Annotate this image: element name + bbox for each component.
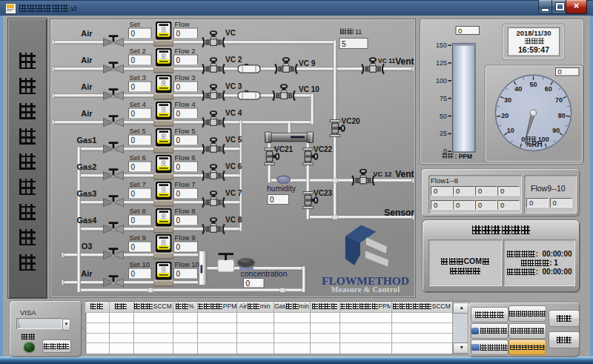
svg-text:Sensor: Sensor (384, 208, 414, 218)
svg-text:Flow 5: Flow 5 (175, 127, 196, 135)
svg-text:VC 4: VC 4 (225, 109, 242, 117)
svg-text:0: 0 (176, 83, 181, 91)
svg-text:Gas1: Gas1 (77, 136, 97, 145)
svg-text:Air: Air (81, 82, 93, 91)
svg-text:0: 0 (131, 243, 136, 251)
svg-text:: PPM: : PPM (455, 153, 473, 160)
svg-text:Air: Air (81, 56, 93, 64)
svg-text:Set 9: Set 9 (130, 234, 146, 242)
svg-text:11: 11 (355, 28, 362, 36)
svg-text:Flow 6: Flow 6 (175, 153, 196, 162)
svg-text:0: 0 (131, 30, 136, 38)
svg-text:5: 5 (342, 39, 346, 48)
svg-text:VC23: VC23 (314, 189, 332, 197)
svg-text:VC 2: VC 2 (225, 56, 242, 64)
svg-text:0: 0 (176, 30, 181, 38)
svg-text:80: 80 (558, 112, 566, 119)
svg-text:VC21: VC21 (274, 145, 293, 153)
svg-text:90: 90 (552, 127, 560, 134)
svg-text:Air: Air (81, 109, 93, 118)
svg-text:VC 10: VC 10 (299, 85, 319, 93)
svg-text:O3: O3 (82, 242, 93, 251)
svg-text:0: 0 (131, 216, 136, 225)
svg-text:50: 50 (440, 113, 447, 120)
svg-text:70: 70 (555, 96, 563, 104)
svg-text:VC 8: VC 8 (225, 216, 242, 224)
svg-text:Set 2: Set 2 (130, 47, 146, 55)
svg-text:Flow 10: Flow 10 (175, 260, 199, 268)
svg-text:humidity: humidity (267, 184, 296, 193)
svg-text:%RH: %RH (525, 140, 542, 148)
svg-text:30: 30 (504, 96, 511, 104)
svg-text:0: 0 (176, 190, 181, 198)
svg-text:75: 75 (440, 95, 447, 102)
svg-text:0: 0 (131, 190, 136, 198)
svg-text:Flow 8: Flow 8 (175, 207, 196, 215)
svg-text:VC 9: VC 9 (299, 59, 316, 67)
svg-text:Set: Set (130, 20, 141, 28)
svg-text:Vent: Vent (395, 56, 414, 67)
svg-text:Set 4: Set 4 (130, 100, 146, 108)
svg-text:150: 150 (436, 42, 447, 49)
svg-text:125: 125 (436, 59, 447, 67)
svg-text:0: 0 (176, 136, 181, 145)
svg-text:60: 60 (545, 85, 552, 93)
svg-text:0: 0 (176, 110, 181, 118)
svg-text:0: 0 (131, 136, 136, 145)
svg-text:25: 25 (440, 130, 447, 137)
svg-text:10: 10 (507, 127, 514, 134)
svg-text:0: 0 (131, 56, 136, 64)
svg-text:50: 50 (529, 81, 537, 88)
svg-text:Flow 3: Flow 3 (175, 73, 196, 82)
svg-text:100: 100 (436, 77, 447, 85)
svg-text:0: 0 (131, 270, 136, 278)
svg-text:0: 0 (558, 67, 562, 76)
svg-text:20: 20 (501, 112, 508, 119)
svg-text:VC20: VC20 (342, 117, 360, 125)
svg-text:Set 7: Set 7 (130, 180, 146, 188)
svg-text:VC 5: VC 5 (225, 136, 242, 144)
svg-text:Flow 7: Flow 7 (175, 180, 196, 188)
svg-text:0: 0 (176, 163, 181, 171)
svg-text:16:59:47: 16:59:47 (518, 45, 549, 54)
svg-text:Set 6: Set 6 (130, 153, 146, 162)
svg-text:Flow 9: Flow 9 (175, 234, 196, 242)
svg-text:0: 0 (176, 270, 181, 278)
svg-text:2018/11/30: 2018/11/30 (516, 29, 551, 37)
svg-text:0: 0 (131, 163, 136, 171)
svg-text:Set 5: Set 5 (130, 127, 146, 135)
svg-text:Air: Air (81, 29, 93, 38)
svg-text:Flow 2: Flow 2 (175, 47, 196, 55)
svg-text:40: 40 (514, 85, 522, 93)
svg-text:VC 6: VC 6 (225, 162, 242, 171)
svg-text:0: 0 (176, 56, 181, 64)
svg-text:VC 3: VC 3 (225, 82, 242, 90)
svg-text:VC 7: VC 7 (225, 189, 242, 197)
svg-text:0: 0 (458, 27, 462, 35)
svg-text:Gas2: Gas2 (77, 162, 97, 171)
svg-text:Vent: Vent (395, 169, 414, 179)
svg-text:VC22: VC22 (314, 145, 332, 153)
svg-text:VC 12: VC 12 (374, 171, 392, 178)
svg-text:Set 8: Set 8 (130, 207, 146, 215)
svg-text:0: 0 (131, 83, 136, 91)
svg-text:0: 0 (246, 279, 251, 288)
svg-text:VC: VC (225, 29, 236, 37)
svg-text:0: 0 (176, 243, 181, 251)
svg-text:Gas4: Gas4 (77, 216, 98, 225)
svg-text:0: 0 (131, 110, 136, 118)
svg-text:0: 0 (270, 196, 274, 204)
svg-text:VC 11: VC 11 (378, 57, 395, 64)
svg-text:Gas3: Gas3 (77, 189, 97, 198)
svg-text:Air: Air (81, 269, 93, 278)
svg-text:Set 3: Set 3 (130, 73, 146, 82)
svg-text:Measure & Control: Measure & Control (331, 285, 400, 294)
svg-text:concentration: concentration (241, 269, 288, 278)
svg-text:Set 10: Set 10 (130, 260, 150, 268)
svg-text:Flow: Flow (175, 20, 190, 28)
svg-text:0: 0 (176, 216, 181, 225)
svg-text:Flow 4: Flow 4 (175, 100, 196, 108)
